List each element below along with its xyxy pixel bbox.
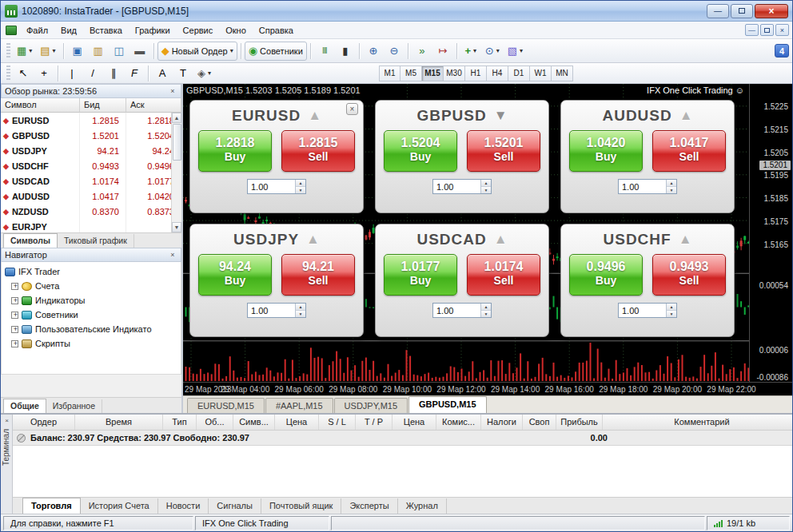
auto-scroll-button[interactable]: » xyxy=(412,42,432,61)
crosshair-button[interactable]: + xyxy=(34,64,54,83)
navigator-tab[interactable]: Избранное xyxy=(46,399,102,413)
table-row[interactable]: ◆USDJPY 94.21 94.24 xyxy=(1,143,181,158)
volume-input[interactable] xyxy=(619,304,666,317)
timeframe-button-w1[interactable]: W1 xyxy=(530,66,552,81)
menu-item[interactable]: Файл xyxy=(20,23,54,38)
timeframe-button-m30[interactable]: M30 xyxy=(444,66,465,81)
nav-item[interactable]: Индикаторы xyxy=(11,293,181,308)
zoom-in-button[interactable]: ⊕ xyxy=(363,42,384,61)
buy-button[interactable]: 1.5204Buy xyxy=(384,130,457,172)
close-button[interactable]: × xyxy=(755,4,788,18)
notification-badge[interactable]: 4 xyxy=(775,44,789,58)
scroll-down-icon[interactable]: ▼ xyxy=(172,222,181,232)
timeframe-button-m5[interactable]: M5 xyxy=(400,66,422,81)
chart-tab[interactable]: EURUSD,M15 xyxy=(187,398,265,413)
navigator-close-icon[interactable]: × xyxy=(168,250,177,260)
timeframe-button-h4[interactable]: H4 xyxy=(487,66,508,81)
terminal-tab[interactable]: Сигналы xyxy=(209,498,261,514)
sell-button[interactable]: 1.0174Sell xyxy=(467,254,540,296)
templates-button[interactable]: ▧▾ xyxy=(504,42,527,61)
table-row[interactable]: ◆USDCAD 1.0174 1.0177 xyxy=(1,173,181,189)
terminal-column-header[interactable]: Симв... xyxy=(233,415,275,430)
expand-icon[interactable] xyxy=(11,312,18,319)
buy-button[interactable]: 1.0420Buy xyxy=(569,130,643,172)
timeframe-button-mn[interactable]: MN xyxy=(552,66,573,81)
expand-icon[interactable] xyxy=(11,297,18,304)
table-row[interactable]: ◆EURJPY xyxy=(1,219,181,232)
terminal-column-header[interactable]: Комис... xyxy=(436,415,481,430)
volume-down-icon[interactable]: ▼ xyxy=(481,187,491,193)
vertical-line-button[interactable]: | xyxy=(62,64,82,83)
navigator-tab[interactable]: Общие xyxy=(3,399,46,413)
terminal-tab[interactable]: История Счета xyxy=(81,498,158,514)
table-row[interactable]: ◆NZDUSD 0.8370 0.8373 xyxy=(1,204,181,219)
menu-item[interactable]: Окно xyxy=(219,23,253,38)
buy-button[interactable]: 1.0177Buy xyxy=(384,254,457,296)
profiles-button[interactable]: ▤▾ xyxy=(36,42,59,61)
timeframe-button-m1[interactable]: M1 xyxy=(379,66,400,81)
expert-advisors-button[interactable]: ◉ Советники xyxy=(245,42,307,61)
terminal-close-icon[interactable]: × xyxy=(2,416,11,425)
table-row[interactable]: ◆AUDUSD 1.0417 1.0420 xyxy=(1,189,181,204)
terminal-column-header[interactable]: Налоги xyxy=(481,415,523,430)
toolbar-grip[interactable] xyxy=(6,43,10,59)
volume-down-icon[interactable]: ▼ xyxy=(667,311,676,317)
market-watch-toggle-button[interactable]: ▣ xyxy=(67,42,88,61)
sell-button[interactable]: 94.21Sell xyxy=(281,254,355,296)
volume-up-icon[interactable]: ▲ xyxy=(296,180,305,187)
terminal-column-header[interactable]: Об... xyxy=(197,415,233,430)
volume-down-icon[interactable]: ▼ xyxy=(481,311,491,317)
channel-button[interactable]: ∥ xyxy=(103,64,124,83)
fibonacci-button[interactable]: F xyxy=(124,64,145,83)
scroll-up-icon[interactable]: ▲ xyxy=(172,113,181,123)
chart-tab[interactable]: #AAPL,M15 xyxy=(265,398,333,413)
column-bid[interactable]: Бид xyxy=(80,98,126,113)
terminal-tab[interactable]: Новости xyxy=(158,498,209,514)
mdi-close-button[interactable]: × xyxy=(775,24,789,36)
terminal-column-header[interactable]: Ордер xyxy=(13,415,75,430)
maximize-button[interactable] xyxy=(731,4,753,18)
menu-item[interactable]: Вставка xyxy=(83,23,129,38)
sell-button[interactable]: 1.2815Sell xyxy=(281,130,355,172)
buy-button[interactable]: 94.24Buy xyxy=(198,254,272,296)
menu-item[interactable]: Сервис xyxy=(177,23,220,38)
terminal-column-header[interactable]: Комментарий xyxy=(603,415,793,430)
minimize-button[interactable]: — xyxy=(707,4,729,18)
buy-button[interactable]: 0.9496Buy xyxy=(569,254,643,296)
volume-up-icon[interactable]: ▲ xyxy=(481,180,491,187)
sell-button[interactable]: 1.5201Sell xyxy=(467,130,540,172)
indicators-button[interactable]: +▾ xyxy=(460,42,481,61)
chart-shift-button[interactable]: ↦ xyxy=(432,42,453,61)
zoom-out-button[interactable]: ⊖ xyxy=(384,42,404,61)
terminal-column-header[interactable]: Своп xyxy=(523,415,556,430)
chart-plot[interactable]: GBPUSD,M15 1.5203 1.5205 1.5189 1.5201 I… xyxy=(183,84,792,382)
column-ask[interactable]: Аск xyxy=(126,98,181,113)
data-window-toggle-button[interactable]: ▥ xyxy=(88,42,109,61)
nav-item[interactable]: Счета xyxy=(11,279,181,293)
expand-icon[interactable] xyxy=(11,283,18,290)
terminal-tab[interactable]: Журнал xyxy=(398,498,447,514)
nav-item[interactable]: Советники xyxy=(11,308,181,322)
timeframe-button-d1[interactable]: D1 xyxy=(508,66,530,81)
chart-tab[interactable]: GBPUSD,M15 xyxy=(408,396,487,413)
mdi-restore-button[interactable] xyxy=(760,24,774,36)
timeframe-button-m15[interactable]: M15 xyxy=(422,66,444,81)
mdi-minimize-button[interactable]: — xyxy=(745,24,759,36)
terminal-column-header[interactable]: T / P xyxy=(356,415,393,430)
market-watch-tab[interactable]: Тиковый график xyxy=(58,234,134,248)
volume-up-icon[interactable]: ▲ xyxy=(296,304,305,311)
menu-item[interactable]: Вид xyxy=(54,23,83,38)
terminal-tab[interactable]: Торговля xyxy=(22,498,81,514)
terminal-column-header[interactable]: S / L xyxy=(319,415,356,430)
nav-item[interactable]: Пользовательские Индикато xyxy=(11,322,181,336)
column-symbol[interactable]: Символ xyxy=(1,98,80,113)
terminal-column-header[interactable]: Цена xyxy=(393,415,436,430)
menu-item[interactable]: Графики xyxy=(129,23,177,38)
terminal-tab[interactable]: Эксперты xyxy=(341,498,397,514)
volume-down-icon[interactable]: ▼ xyxy=(667,187,676,193)
volume-up-icon[interactable]: ▲ xyxy=(481,304,491,311)
navigator-toggle-button[interactable]: ◫ xyxy=(109,42,130,61)
timeframe-button-h1[interactable]: H1 xyxy=(465,66,487,81)
table-row[interactable]: ◆EURUSD 1.2815 1.2818 xyxy=(1,113,181,128)
bar-chart-button[interactable]: ǀǀǀ xyxy=(314,42,335,61)
